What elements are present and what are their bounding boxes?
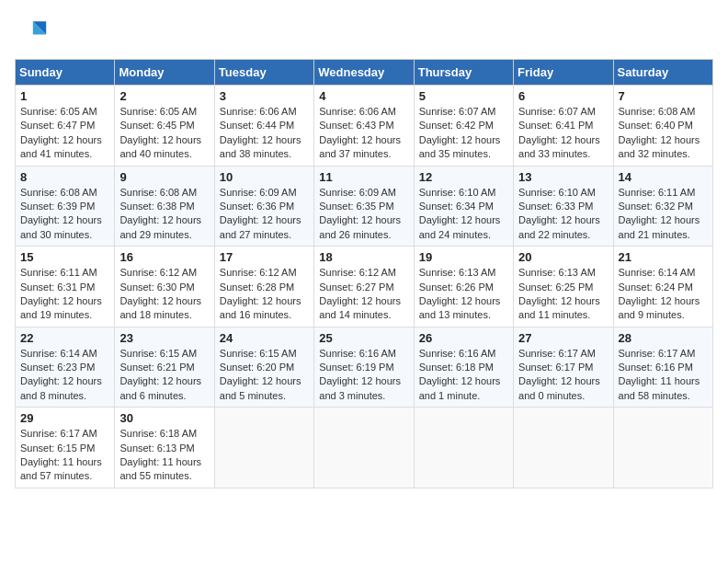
calendar-cell: 7 Sunrise: 6:08 AM Sunset: 6:40 PM Dayli… bbox=[613, 86, 712, 167]
page-header bbox=[15, 15, 713, 48]
day-number: 14 bbox=[619, 170, 708, 184]
day-number: 4 bbox=[319, 89, 408, 103]
day-detail: Sunrise: 6:12 AM Sunset: 6:30 PM Dayligh… bbox=[119, 266, 209, 323]
day-number: 24 bbox=[220, 331, 309, 345]
calendar-cell: 6 Sunrise: 6:07 AM Sunset: 6:41 PM Dayli… bbox=[514, 86, 613, 167]
day-number: 27 bbox=[518, 331, 608, 345]
calendar-cell: 25 Sunrise: 6:16 AM Sunset: 6:19 PM Dayl… bbox=[314, 327, 414, 408]
calendar-cell: 3 Sunrise: 6:06 AM Sunset: 6:44 PM Dayli… bbox=[214, 86, 313, 167]
calendar-cell: 1 Sunrise: 6:05 AM Sunset: 6:47 PM Dayli… bbox=[16, 86, 115, 167]
day-number: 3 bbox=[220, 89, 309, 103]
calendar-week-row: 1 Sunrise: 6:05 AM Sunset: 6:47 PM Dayli… bbox=[16, 86, 713, 167]
day-number: 29 bbox=[20, 411, 109, 425]
day-detail: Sunrise: 6:08 AM Sunset: 6:40 PM Dayligh… bbox=[619, 105, 708, 162]
day-header-thursday: Thursday bbox=[414, 60, 513, 86]
calendar-cell bbox=[414, 408, 513, 488]
day-number: 28 bbox=[619, 331, 708, 345]
day-detail: Sunrise: 6:06 AM Sunset: 6:44 PM Dayligh… bbox=[220, 105, 309, 162]
calendar-cell: 4 Sunrise: 6:06 AM Sunset: 6:43 PM Dayli… bbox=[314, 86, 414, 167]
calendar-cell: 8 Sunrise: 6:08 AM Sunset: 6:39 PM Dayli… bbox=[16, 166, 115, 247]
calendar-week-row: 15 Sunrise: 6:11 AM Sunset: 6:31 PM Dayl… bbox=[16, 247, 713, 327]
logo-icon bbox=[15, 15, 48, 48]
day-detail: Sunrise: 6:05 AM Sunset: 6:45 PM Dayligh… bbox=[119, 105, 209, 162]
day-number: 13 bbox=[518, 170, 608, 184]
calendar-cell: 24 Sunrise: 6:15 AM Sunset: 6:20 PM Dayl… bbox=[214, 327, 313, 408]
day-number: 10 bbox=[220, 170, 309, 184]
day-number: 19 bbox=[419, 250, 508, 264]
day-number: 16 bbox=[119, 250, 209, 264]
calendar-cell bbox=[314, 408, 414, 488]
day-number: 21 bbox=[619, 250, 708, 264]
day-detail: Sunrise: 6:10 AM Sunset: 6:34 PM Dayligh… bbox=[419, 186, 508, 243]
day-detail: Sunrise: 6:09 AM Sunset: 6:36 PM Dayligh… bbox=[220, 186, 309, 243]
calendar-cell: 22 Sunrise: 6:14 AM Sunset: 6:23 PM Dayl… bbox=[16, 327, 115, 408]
day-number: 18 bbox=[319, 250, 408, 264]
day-number: 11 bbox=[319, 170, 408, 184]
day-header-tuesday: Tuesday bbox=[214, 60, 313, 86]
calendar-cell: 29 Sunrise: 6:17 AM Sunset: 6:15 PM Dayl… bbox=[16, 408, 115, 488]
day-header-sunday: Sunday bbox=[16, 60, 115, 86]
calendar-table: SundayMondayTuesdayWednesdayThursdayFrid… bbox=[15, 59, 713, 488]
day-detail: Sunrise: 6:16 AM Sunset: 6:18 PM Dayligh… bbox=[419, 347, 508, 404]
calendar-week-row: 8 Sunrise: 6:08 AM Sunset: 6:39 PM Dayli… bbox=[16, 166, 713, 247]
calendar-cell: 12 Sunrise: 6:10 AM Sunset: 6:34 PM Dayl… bbox=[414, 166, 513, 247]
calendar-cell: 13 Sunrise: 6:10 AM Sunset: 6:33 PM Dayl… bbox=[514, 166, 613, 247]
day-detail: Sunrise: 6:15 AM Sunset: 6:20 PM Dayligh… bbox=[220, 347, 309, 404]
calendar-cell: 19 Sunrise: 6:13 AM Sunset: 6:26 PM Dayl… bbox=[414, 247, 513, 327]
day-number: 17 bbox=[220, 250, 309, 264]
logo bbox=[15, 15, 51, 48]
calendar-cell: 11 Sunrise: 6:09 AM Sunset: 6:35 PM Dayl… bbox=[314, 166, 414, 247]
calendar-cell: 9 Sunrise: 6:08 AM Sunset: 6:38 PM Dayli… bbox=[115, 166, 214, 247]
calendar-cell: 5 Sunrise: 6:07 AM Sunset: 6:42 PM Dayli… bbox=[414, 86, 513, 167]
day-detail: Sunrise: 6:17 AM Sunset: 6:15 PM Dayligh… bbox=[20, 427, 109, 484]
calendar-cell bbox=[514, 408, 613, 488]
day-detail: Sunrise: 6:11 AM Sunset: 6:32 PM Dayligh… bbox=[619, 186, 708, 243]
day-number: 2 bbox=[119, 89, 209, 103]
day-number: 9 bbox=[119, 170, 209, 184]
calendar-cell: 18 Sunrise: 6:12 AM Sunset: 6:27 PM Dayl… bbox=[314, 247, 414, 327]
calendar-week-row: 22 Sunrise: 6:14 AM Sunset: 6:23 PM Dayl… bbox=[16, 327, 713, 408]
calendar-cell bbox=[214, 408, 313, 488]
calendar-cell: 10 Sunrise: 6:09 AM Sunset: 6:36 PM Dayl… bbox=[214, 166, 313, 247]
day-header-saturday: Saturday bbox=[613, 60, 712, 86]
day-detail: Sunrise: 6:12 AM Sunset: 6:28 PM Dayligh… bbox=[220, 266, 309, 323]
calendar-cell: 15 Sunrise: 6:11 AM Sunset: 6:31 PM Dayl… bbox=[16, 247, 115, 327]
day-header-friday: Friday bbox=[514, 60, 613, 86]
calendar-header-row: SundayMondayTuesdayWednesdayThursdayFrid… bbox=[16, 60, 713, 86]
day-detail: Sunrise: 6:08 AM Sunset: 6:38 PM Dayligh… bbox=[119, 186, 209, 243]
calendar-cell bbox=[613, 408, 712, 488]
day-detail: Sunrise: 6:07 AM Sunset: 6:41 PM Dayligh… bbox=[518, 105, 608, 162]
calendar-cell: 27 Sunrise: 6:17 AM Sunset: 6:17 PM Dayl… bbox=[514, 327, 613, 408]
calendar-cell: 30 Sunrise: 6:18 AM Sunset: 6:13 PM Dayl… bbox=[115, 408, 214, 488]
day-detail: Sunrise: 6:13 AM Sunset: 6:26 PM Dayligh… bbox=[419, 266, 508, 323]
day-number: 20 bbox=[518, 250, 608, 264]
day-number: 12 bbox=[419, 170, 508, 184]
day-detail: Sunrise: 6:15 AM Sunset: 6:21 PM Dayligh… bbox=[119, 347, 209, 404]
calendar-cell: 26 Sunrise: 6:16 AM Sunset: 6:18 PM Dayl… bbox=[414, 327, 513, 408]
calendar-cell: 17 Sunrise: 6:12 AM Sunset: 6:28 PM Dayl… bbox=[214, 247, 313, 327]
day-detail: Sunrise: 6:09 AM Sunset: 6:35 PM Dayligh… bbox=[319, 186, 408, 243]
calendar-cell: 20 Sunrise: 6:13 AM Sunset: 6:25 PM Dayl… bbox=[514, 247, 613, 327]
day-number: 25 bbox=[319, 331, 408, 345]
day-detail: Sunrise: 6:08 AM Sunset: 6:39 PM Dayligh… bbox=[20, 186, 109, 243]
day-detail: Sunrise: 6:12 AM Sunset: 6:27 PM Dayligh… bbox=[319, 266, 408, 323]
day-detail: Sunrise: 6:17 AM Sunset: 6:16 PM Dayligh… bbox=[619, 347, 708, 404]
day-number: 5 bbox=[419, 89, 508, 103]
calendar-cell: 14 Sunrise: 6:11 AM Sunset: 6:32 PM Dayl… bbox=[613, 166, 712, 247]
day-detail: Sunrise: 6:11 AM Sunset: 6:31 PM Dayligh… bbox=[20, 266, 109, 323]
day-number: 6 bbox=[518, 89, 608, 103]
day-detail: Sunrise: 6:18 AM Sunset: 6:13 PM Dayligh… bbox=[119, 427, 209, 484]
calendar-cell: 21 Sunrise: 6:14 AM Sunset: 6:24 PM Dayl… bbox=[613, 247, 712, 327]
day-detail: Sunrise: 6:10 AM Sunset: 6:33 PM Dayligh… bbox=[518, 186, 608, 243]
day-header-monday: Monday bbox=[115, 60, 214, 86]
day-detail: Sunrise: 6:16 AM Sunset: 6:19 PM Dayligh… bbox=[319, 347, 408, 404]
calendar-cell: 23 Sunrise: 6:15 AM Sunset: 6:21 PM Dayl… bbox=[115, 327, 214, 408]
day-number: 23 bbox=[119, 331, 209, 345]
day-detail: Sunrise: 6:14 AM Sunset: 6:24 PM Dayligh… bbox=[619, 266, 708, 323]
calendar-cell: 16 Sunrise: 6:12 AM Sunset: 6:30 PM Dayl… bbox=[115, 247, 214, 327]
day-number: 15 bbox=[20, 250, 109, 264]
day-number: 30 bbox=[119, 411, 209, 425]
day-number: 26 bbox=[419, 331, 508, 345]
day-detail: Sunrise: 6:17 AM Sunset: 6:17 PM Dayligh… bbox=[518, 347, 608, 404]
day-header-wednesday: Wednesday bbox=[314, 60, 414, 86]
